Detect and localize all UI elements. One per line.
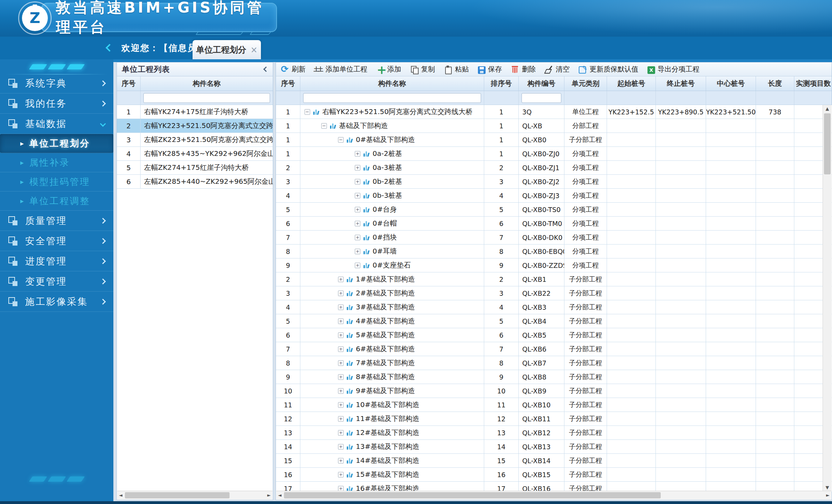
scrollbar-thumb[interactable]: [284, 492, 661, 498]
expand-node-icon[interactable]: +: [338, 388, 344, 394]
expand-node-icon[interactable]: +: [355, 235, 360, 240]
collapse-node-icon[interactable]: −: [338, 137, 344, 143]
component-name-filter-input[interactable]: [303, 93, 481, 103]
unit-list-row-4[interactable]: 4右幅YK285+435~YK292+962阿尔金山特长隧道: [117, 147, 273, 161]
sidebar-item-11[interactable]: 变更管理: [0, 271, 113, 292]
tree-table-row-28[interactable]: 17+16#基础及下部构造17QL-XB16子分部工程: [276, 482, 832, 491]
expand-node-icon[interactable]: +: [338, 346, 344, 352]
tree-table-row-15[interactable]: 4+3#基础及下部构造4QL-XB3子分部工程: [276, 300, 832, 314]
unit-list-row-2[interactable]: 2右幅YK223+521.50阿克塞分离式立交跨线大桥: [117, 119, 273, 133]
tree-table-row-21[interactable]: 10+9#基础及下部构造10QL-XB9子分部工程: [276, 384, 832, 398]
tree-table-row-27[interactable]: 16+15#基础及下部构造16QL-XB15子分部工程: [276, 468, 832, 482]
tree-table-row-10[interactable]: 7+0#挡块7QL-XB0-DK0分项工程: [276, 231, 832, 245]
refresh-button[interactable]: 刷新: [281, 65, 306, 74]
copy-button[interactable]: 复制: [410, 65, 435, 74]
tree-table-row-24[interactable]: 13+12#基础及下部构造13QL-XB12子分部工程: [276, 426, 832, 440]
tree-table-row-20[interactable]: 9+8#基础及下部构造9QL-XB8子分部工程: [276, 370, 832, 384]
sidebar-item-3[interactable]: 基础数据: [0, 114, 113, 134]
tree-table-row-26[interactable]: 15+14#基础及下部构造15QL-XB14子分部工程: [276, 454, 832, 468]
scroll-right-icon[interactable]: ►: [265, 491, 272, 499]
unit-list-row-3[interactable]: 3左幅ZK223+521.50阿克塞分离式立交跨线大桥: [117, 133, 273, 147]
expand-node-icon[interactable]: +: [355, 207, 360, 212]
expand-node-icon[interactable]: +: [338, 374, 344, 380]
tree-table-row-22[interactable]: 11+10#基础及下部构造11QL-XB10子分部工程: [276, 398, 832, 412]
expand-node-icon[interactable]: +: [338, 416, 344, 422]
scrollbar-thumb[interactable]: [824, 113, 831, 174]
tree-table-row-6[interactable]: 3+0b-2桩基3QL-XB0-ZJ2分项工程: [276, 175, 832, 189]
sidebar-item-10[interactable]: 进度管理: [0, 251, 113, 271]
tree-table-row-19[interactable]: 8+7#基础及下部构造8QL-XB7子分部工程: [276, 356, 832, 370]
tree-table-row-11[interactable]: 8+0#耳墙8QL-XB0-EBQ0分项工程: [276, 245, 832, 258]
tree-table-row-13[interactable]: 2+1#基础及下部构造2QL-XB1子分部工程: [276, 272, 832, 286]
tree-table-row-9[interactable]: 6+0#台帽6QL-XB0-TM0分项工程: [276, 217, 832, 231]
expand-node-icon[interactable]: +: [338, 444, 344, 450]
expand-node-icon[interactable]: +: [338, 458, 344, 464]
tree-table-row-17[interactable]: 6+5#基础及下部构造6QL-XB5子分部工程: [276, 328, 832, 342]
tree-table-row-2[interactable]: 1−基础及下部构造1QL-XB分部工程: [276, 119, 832, 133]
expand-node-icon[interactable]: +: [338, 332, 344, 338]
expand-node-icon[interactable]: +: [355, 179, 360, 185]
update-button[interactable]: 更新质保默认值: [579, 65, 638, 74]
sidebar-item-7[interactable]: ▸单位工程调整: [0, 191, 113, 211]
tree-table-row-1[interactable]: 1−右幅YK223+521.50阿克塞分离式立交跨线大桥13Q单位工程YK223…: [276, 105, 832, 119]
tree-table-row-14[interactable]: 3+2#基础及下部构造3QL-XB22子分部工程: [276, 286, 832, 300]
collapse-node-icon[interactable]: −: [305, 109, 310, 115]
expand-node-icon[interactable]: +: [338, 304, 344, 310]
expand-node-icon[interactable]: +: [355, 193, 360, 198]
expand-node-icon[interactable]: +: [355, 151, 360, 157]
sidebar-item-2[interactable]: 我的任务: [0, 93, 113, 114]
paste-button[interactable]: 粘贴: [444, 65, 469, 74]
scroll-right-icon[interactable]: ►: [824, 491, 831, 499]
tree-table-row-23[interactable]: 12+11#基础及下部构造12QL-XB11子分部工程: [276, 412, 832, 426]
panel-collapse-icon[interactable]: [263, 67, 269, 72]
sidebar-item-4[interactable]: ▸单位工程划分: [0, 134, 113, 153]
export-button[interactable]: 导出分项工程: [647, 65, 699, 74]
sidebar-item-5[interactable]: ▸属性补录: [0, 153, 113, 172]
expand-node-icon[interactable]: +: [355, 249, 360, 254]
unit-name-filter-input[interactable]: [143, 93, 270, 103]
expand-node-icon[interactable]: +: [355, 221, 360, 226]
unit-list-row-6[interactable]: 6左幅ZK285+440~ZK292+965阿尔金山特长隧道: [117, 175, 273, 189]
main-vertical-scrollbar[interactable]: ▲ ▼: [823, 105, 832, 491]
expand-node-icon[interactable]: +: [338, 277, 344, 282]
sidebar-item-9[interactable]: 安全管理: [0, 231, 113, 251]
sidebar-item-12[interactable]: 施工影像采集: [0, 292, 113, 312]
tree-table-row-16[interactable]: 5+4#基础及下部构造5QL-XB4子分部工程: [276, 314, 832, 328]
save-button[interactable]: 保存: [478, 65, 502, 74]
scrollbar-thumb[interactable]: [125, 492, 230, 498]
unit-list-row-1[interactable]: 1右幅YK274+175红崖子沟特大桥: [117, 105, 273, 119]
tree-table-row-12[interactable]: 9+0#支座垫石9QL-XB0-ZZDS0分项工程: [276, 258, 832, 272]
tree-table-row-7[interactable]: 4+0b-3桩基4QL-XB0-ZJ3分项工程: [276, 189, 832, 203]
scroll-left-icon[interactable]: ◄: [276, 491, 283, 499]
scroll-left-icon[interactable]: ◄: [117, 491, 124, 499]
component-code-filter-input[interactable]: [522, 93, 561, 103]
sidebar-item-1[interactable]: 系统字典: [0, 73, 113, 93]
scroll-down-icon[interactable]: ▼: [823, 484, 832, 491]
tree-table-row-18[interactable]: 7+6#基础及下部构造7QL-XB6子分部工程: [276, 342, 832, 356]
tree-table-row-3[interactable]: 1−0#基础及下部构造1QL-XB0子分部工程: [276, 133, 832, 147]
expand-node-icon[interactable]: +: [355, 263, 360, 268]
unit-list-row-5[interactable]: 5左幅ZK274+175红崖子沟特大桥: [117, 161, 273, 175]
tree-table-row-8[interactable]: 5+0#台身5QL-XB0-TS0分项工程: [276, 203, 832, 217]
addunit-button[interactable]: 添加单位工程: [315, 65, 367, 74]
expand-node-icon[interactable]: +: [338, 318, 344, 324]
tab-unit-engineering-division[interactable]: 单位工程划分 ×: [193, 40, 261, 59]
delete-button[interactable]: 删除: [511, 65, 536, 74]
expand-node-icon[interactable]: +: [338, 360, 344, 366]
collapse-node-icon[interactable]: −: [321, 123, 327, 129]
add-button[interactable]: 添加: [376, 65, 401, 74]
clear-button[interactable]: 清空: [545, 65, 570, 74]
expand-node-icon[interactable]: +: [355, 165, 360, 171]
main-horizontal-scrollbar[interactable]: ◄ ►: [276, 491, 831, 499]
tab-close-icon[interactable]: ×: [250, 46, 257, 54]
unit-list-horizontal-scrollbar[interactable]: ◄ ►: [117, 491, 272, 499]
expand-node-icon[interactable]: +: [338, 430, 344, 436]
tree-table-row-25[interactable]: 14+13#基础及下部构造14QL-XB13子分部工程: [276, 440, 832, 454]
expand-node-icon[interactable]: +: [338, 402, 344, 408]
expand-node-icon[interactable]: +: [338, 291, 344, 296]
tree-table-row-5[interactable]: 2+0a-3桩基2QL-XB0-ZJ1分项工程: [276, 161, 832, 175]
sidebar-item-6[interactable]: ▸模型挂码管理: [0, 172, 113, 191]
scroll-up-icon[interactable]: ▲: [823, 105, 832, 113]
expand-node-icon[interactable]: +: [338, 472, 344, 477]
tree-table-row-4[interactable]: 1+0a-2桩基1QL-XB0-ZJ0分项工程: [276, 147, 832, 161]
